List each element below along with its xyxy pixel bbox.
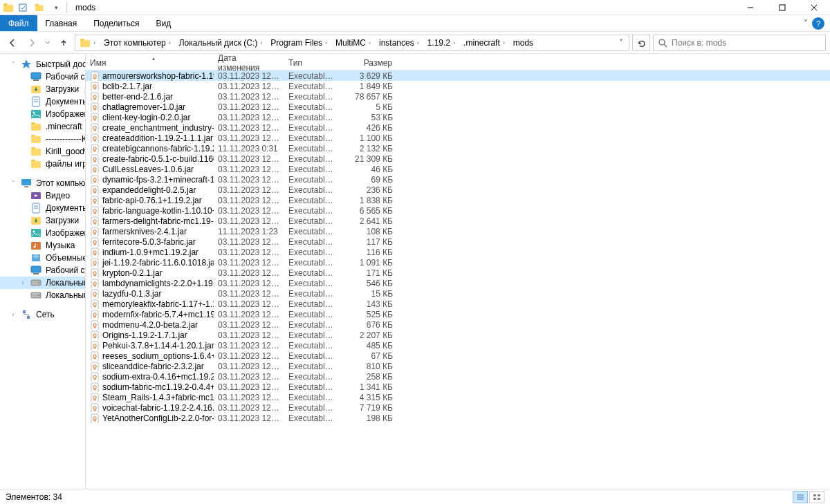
file-row[interactable]: bclib-2.1.7.jar 03.11.2023 12:24 Executa… xyxy=(86,81,830,91)
breadcrumb-segment[interactable]: instances› xyxy=(376,35,425,50)
up-button[interactable] xyxy=(55,35,72,51)
sidebar-item[interactable]: Объемные объекты xyxy=(0,252,85,264)
sidebar-item[interactable]: Документы xyxy=(0,202,85,214)
sidebar-group-header[interactable]: ›Сеть xyxy=(0,308,85,321)
column-header-size[interactable]: Размер xyxy=(342,55,397,70)
sidebar-item[interactable]: Музыка xyxy=(0,239,85,252)
file-row[interactable]: ferritecore-5.0.3-fabric.jar 03.11.2023 … xyxy=(86,236,830,247)
column-header-name[interactable]: ▴ Имя xyxy=(86,55,214,70)
search-box[interactable] xyxy=(653,35,826,51)
forward-button[interactable] xyxy=(24,35,40,51)
jar-icon xyxy=(90,71,100,81)
file-row[interactable]: indium-1.0.9+mc1.19.2.jar 03.11.2023 12:… xyxy=(86,247,830,257)
file-row[interactable]: sodium-extra-0.4.16+mc1.19.2-build.90.ja… xyxy=(86,371,830,382)
file-row[interactable]: modernfix-fabric-5.7.4+mc1.19.2.jar 03.1… xyxy=(86,309,830,319)
details-view-button[interactable] xyxy=(793,491,808,503)
file-row[interactable]: farmersknives-2.4.1.jar 11.11.2023 1:23 … xyxy=(86,226,830,236)
search-icon xyxy=(658,38,667,48)
breadcrumb-dropdown-icon[interactable]: ˅ xyxy=(615,38,627,48)
jar-icon xyxy=(90,362,100,371)
file-row[interactable]: sliceanddice-fabric-2.3.2.jar 03.11.2023… xyxy=(86,361,830,371)
file-list[interactable]: armourersworkshop-fabric-1.19.2-2.0.2.ja… xyxy=(86,71,830,489)
sidebar-item[interactable]: Загрузки📌 xyxy=(0,83,85,95)
jar-icon xyxy=(90,351,100,361)
breadcrumb-root-icon[interactable]: › xyxy=(77,35,101,50)
breadcrumb-segment[interactable]: Локальный диск (C:)› xyxy=(176,35,268,50)
maximize-button[interactable] xyxy=(766,0,798,15)
file-row[interactable]: dynamic-fps-3.2.1+minecraft-1.19.0.jar 0… xyxy=(86,174,830,185)
breadcrumb-segment[interactable]: Program Files› xyxy=(268,35,333,50)
file-row[interactable]: memoryleakfix-fabric-1.17+-1.1.2.jar 03.… xyxy=(86,299,830,309)
file-row[interactable]: armourersworkshop-fabric-1.19.2-2.0.2.ja… xyxy=(86,71,830,81)
new-folder-icon[interactable] xyxy=(32,0,47,15)
tab-share[interactable]: Поделиться xyxy=(85,15,147,31)
breadcrumb-segment[interactable]: mods xyxy=(510,35,536,50)
file-row[interactable]: CullLessLeaves-1.0.6.jar 03.11.2023 12:2… xyxy=(86,164,830,174)
column-header-type[interactable]: Тип xyxy=(284,55,342,70)
close-button[interactable] xyxy=(798,0,830,15)
sidebar-group-header[interactable]: ˅Этот компьютер xyxy=(0,177,85,189)
sidebar-item[interactable]: Изображения📌 xyxy=(0,108,85,120)
file-row[interactable]: chatlagremover-1.0.jar 03.11.2023 12:24 … xyxy=(86,102,830,112)
file-row[interactable]: voicechat-fabric-1.19.2-2.4.16.jar 03.11… xyxy=(86,402,830,413)
sidebar-item[interactable]: Документы📌 xyxy=(0,95,85,108)
file-row[interactable]: lazydfu-0.1.3.jar 03.11.2023 12:24 Execu… xyxy=(86,288,830,299)
recent-locations-dropdown[interactable] xyxy=(43,35,53,51)
sidebar-item[interactable]: -------------Kedirc xyxy=(0,133,85,145)
back-button[interactable] xyxy=(4,35,21,51)
sidebar-group-header[interactable]: ˅Быстрый доступ xyxy=(0,58,85,71)
jar-icon xyxy=(90,237,100,247)
navigation-pane[interactable]: ˅Быстрый доступРабочий стол📌Загрузки📌Док… xyxy=(0,54,86,489)
file-row[interactable]: sodium-fabric-mc1.19.2-0.4.4+build.18.ja… xyxy=(86,382,830,392)
file-row[interactable]: better-end-2.1.6.jar 03.11.2023 12:24 Ex… xyxy=(86,91,830,102)
ribbon-expand-icon[interactable]: ˅ xyxy=(804,19,808,28)
file-row[interactable]: modmenu-4.2.0-beta.2.jar 03.11.2023 12:2… xyxy=(86,319,830,330)
file-row[interactable]: fabric-api-0.76.1+1.19.2.jar 03.11.2023 … xyxy=(86,195,830,205)
file-row[interactable]: Pehkui-3.7.8+1.14.4-1.20.1.jar 03.11.202… xyxy=(86,340,830,351)
thumbnails-view-button[interactable] xyxy=(809,491,824,503)
properties-icon[interactable] xyxy=(15,0,30,15)
file-row[interactable]: jei-1.19.2-fabric-11.6.0.1018.jar 03.11.… xyxy=(86,257,830,268)
navigation-bar: ›Этот компьютер›Локальный диск (C:)›Prog… xyxy=(0,32,830,54)
column-header-date[interactable]: Дата изменения xyxy=(214,55,284,70)
titlebar: ▾ mods xyxy=(0,0,830,15)
file-row[interactable]: Steam_Rails-1.4.3+fabric-mc1.19.2.jar 03… xyxy=(86,392,830,402)
tab-view[interactable]: Вид xyxy=(147,15,179,31)
file-row[interactable]: farmers-delight-fabric-mc1.19-1.19.2-1.3… xyxy=(86,216,830,226)
file-row[interactable]: krypton-0.2.1.jar 03.11.2023 12:24 Execu… xyxy=(86,268,830,278)
file-row[interactable]: lambdynamiclights-2.2.0+1.19.2.jar 03.11… xyxy=(86,278,830,288)
sidebar-item[interactable]: .minecraft xyxy=(0,120,85,133)
tab-file[interactable]: Файл xyxy=(0,15,37,31)
file-row[interactable]: Origins-1.19.2-1.7.1.jar 03.11.2023 12:2… xyxy=(86,330,830,340)
sidebar-item[interactable]: файлы игроков xyxy=(0,158,85,170)
breadcrumb-segment[interactable]: 1.19.2› xyxy=(425,35,461,50)
minimize-button[interactable] xyxy=(735,0,766,15)
help-icon[interactable]: ? xyxy=(812,17,824,30)
jar-icon xyxy=(90,175,100,185)
sidebar-item[interactable]: Видео xyxy=(0,189,85,202)
search-input[interactable] xyxy=(672,38,821,48)
breadcrumb-segment[interactable]: MultiMC› xyxy=(333,35,376,50)
file-row[interactable]: client-key-login-0.2.0.jar 03.11.2023 12… xyxy=(86,112,830,122)
sidebar-item[interactable]: Изображения xyxy=(0,227,85,239)
tab-home[interactable]: Главная xyxy=(37,15,86,31)
sidebar-item[interactable]: Kirill_goodwin6 xyxy=(0,145,85,158)
file-row[interactable]: fabric-language-kotlin-1.10.10+kotlin.1.… xyxy=(86,205,830,216)
file-row[interactable]: create_enchantment_industry-1.0.1.b.jar … xyxy=(86,122,830,133)
breadcrumb-segment[interactable]: Этот компьютер› xyxy=(101,35,176,50)
sidebar-item[interactable]: Загрузки xyxy=(0,214,85,227)
file-row[interactable]: YetAnotherConfigLib-2.2.0-for-1.19.2.jar… xyxy=(86,413,830,423)
file-row[interactable]: create-fabric-0.5.1-c-build.1160+mc1.19.… xyxy=(86,153,830,164)
refresh-button[interactable] xyxy=(632,35,650,51)
breadcrumb-segment[interactable]: .minecraft› xyxy=(461,35,510,50)
breadcrumb[interactable]: ›Этот компьютер›Локальный диск (C:)›Prog… xyxy=(75,35,629,51)
sidebar-item[interactable]: ›Локальный диск (C xyxy=(0,277,85,289)
sidebar-item[interactable]: Рабочий стол📌 xyxy=(0,71,85,83)
sidebar-item[interactable]: Рабочий стол xyxy=(0,264,85,277)
qat-dropdown-icon[interactable]: ▾ xyxy=(48,0,64,15)
file-row[interactable]: reeses_sodium_options-1.6.4+mc1.19.2-...… xyxy=(86,351,830,361)
sidebar-item[interactable]: Локальный диск (D xyxy=(0,289,85,301)
file-row[interactable]: createbigcannons-fabric-1.19.2-0.5.2.a.j… xyxy=(86,143,830,153)
file-row[interactable]: expandeddelight-0.2.5.jar 03.11.2023 12:… xyxy=(86,185,830,195)
file-row[interactable]: createaddition-1.19.2-1.1.1.jar 03.11.20… xyxy=(86,133,830,143)
